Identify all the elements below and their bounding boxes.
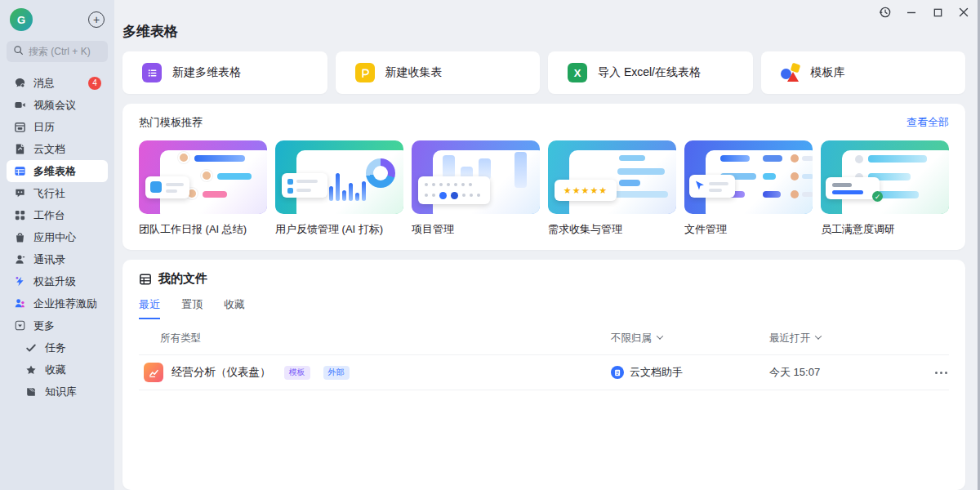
filter-owner[interactable]: 不限归属 <box>611 332 652 345</box>
owner-avatar-icon <box>611 366 624 379</box>
file-list-header: 所有类型 不限归属 最近打开 <box>139 332 949 354</box>
my-files-title: 我的文件 <box>158 271 207 287</box>
sidebar-item-label: 企业推荐激励 <box>33 296 97 311</box>
search-input-box[interactable] <box>7 41 108 62</box>
new-base-button[interactable]: 新建多维表格 <box>122 51 327 94</box>
app-window: G + 消息 4 视频会议 日历 云 <box>0 0 980 490</box>
my-files-panel: 我的文件 最近 置顶 收藏 所有类型 不限归属 最近打开 <box>122 260 965 490</box>
tab-pinned[interactable]: 置顶 <box>181 297 203 319</box>
window-titlebar <box>874 0 975 24</box>
user-avatar[interactable]: G <box>10 8 33 31</box>
my-files-tabs: 最近 置顶 收藏 <box>139 297 949 319</box>
sidebar-item-messages[interactable]: 消息 4 <box>7 72 108 94</box>
template-name: 员工满意度调研 <box>821 222 949 237</box>
template-card-feedback[interactable]: 用户反馈管理 (AI 打标) <box>275 140 403 237</box>
star-icon <box>24 363 38 376</box>
new-form-button[interactable]: 新建收集表 <box>336 51 541 94</box>
sidebar-item-label: 知识库 <box>45 385 77 399</box>
sidebar-item-more[interactable]: 更多 <box>7 314 108 336</box>
sidebar-item-contacts[interactable]: 通讯录 <box>7 248 108 270</box>
template-thumbnail-4: ★★★★★ <box>548 140 676 214</box>
tab-recent[interactable]: 最近 <box>139 297 160 319</box>
sidebar-item-label: 应用中心 <box>33 230 76 245</box>
sidebar-item-video-meeting[interactable]: 视频会议 <box>7 94 108 116</box>
template-card-survey[interactable]: ✓ 员工满意度调研 <box>821 140 949 237</box>
template-card-requirements[interactable]: ★★★★★ 需求收集与管理 <box>548 140 676 237</box>
search-icon <box>13 44 24 59</box>
rating-stars: ★★★★★ <box>555 180 617 201</box>
sidebar-item-upgrade[interactable]: 权益升级 <box>7 270 108 292</box>
sidebar-item-label: 消息 <box>33 76 55 91</box>
template-card-daily-report[interactable]: 团队工作日报 (AI 总结) <box>139 140 267 237</box>
file-row[interactable]: 经营分析（仪表盘） 模板 外部 云文档助手 今天 15:07 <box>139 354 949 390</box>
plus-icon[interactable]: + <box>88 11 105 28</box>
import-excel-button[interactable]: X 导入 Excel/在线表格 <box>548 51 753 94</box>
template-library-icon <box>781 63 800 82</box>
template-library-button[interactable]: 模板库 <box>761 51 966 94</box>
unread-badge: 4 <box>88 77 101 90</box>
sidebar-nav: 消息 4 视频会议 日历 云文档 多维表格 飞行社 <box>7 72 108 403</box>
sidebar-item-referral[interactable]: 企业推荐激励 <box>7 292 108 314</box>
history-icon[interactable] <box>874 2 897 23</box>
chat-icon <box>13 77 26 90</box>
close-icon[interactable] <box>952 2 975 23</box>
sidebar-item-label: 飞行社 <box>33 186 65 201</box>
template-card-project[interactable]: 项目管理 <box>412 140 540 237</box>
template-name: 文件管理 <box>684 222 813 237</box>
sidebar-item-community[interactable]: 飞行社 <box>7 182 108 204</box>
tab-favorites[interactable]: 收藏 <box>224 297 245 319</box>
template-thumbnail-2 <box>275 140 403 214</box>
contacts-icon <box>13 253 26 266</box>
new-base-icon <box>142 63 162 82</box>
more-actions-icon[interactable] <box>933 367 949 379</box>
sidebar-item-label: 更多 <box>33 318 55 333</box>
sidebar-item-label: 云文档 <box>33 142 65 157</box>
sidebar-item-tasks[interactable]: 任务 <box>7 336 108 359</box>
template-thumbnail-3 <box>412 140 540 214</box>
referral-icon <box>13 297 26 310</box>
sidebar-item-wiki[interactable]: 知识库 <box>7 381 108 403</box>
quick-action-label: 导入 Excel/在线表格 <box>598 65 701 80</box>
video-icon <box>13 99 26 112</box>
sidebar-item-base[interactable]: 多维表格 <box>7 160 108 182</box>
my-files-icon <box>139 273 152 286</box>
sidebar-item-label: 通讯录 <box>33 252 65 267</box>
file-owner: 云文档助手 <box>630 365 683 380</box>
filter-opened[interactable]: 最近打开 <box>769 332 810 345</box>
search-input[interactable] <box>29 46 101 57</box>
minimize-icon[interactable] <box>900 2 923 23</box>
tag-external: 外部 <box>323 366 350 380</box>
sidebar-item-favorites[interactable]: 收藏 <box>7 359 108 381</box>
template-card-files[interactable]: 文件管理 <box>684 140 813 237</box>
workbench-icon <box>13 209 26 222</box>
template-thumbnail-1 <box>139 140 267 214</box>
maximize-icon[interactable] <box>926 2 949 23</box>
sidebar-item-label: 日历 <box>33 120 55 135</box>
new-form-icon <box>355 63 375 82</box>
template-name: 需求收集与管理 <box>548 222 676 237</box>
sidebar-item-app-center[interactable]: 应用中心 <box>7 226 108 248</box>
chevron-down-icon <box>657 332 663 339</box>
quick-action-label: 新建收集表 <box>385 65 443 80</box>
template-name: 项目管理 <box>412 222 540 237</box>
sidebar-item-label: 收藏 <box>45 363 66 377</box>
quick-action-label: 新建多维表格 <box>172 65 241 80</box>
sidebar-item-label: 权益升级 <box>33 274 76 289</box>
sidebar-item-docs[interactable]: 云文档 <box>7 138 108 160</box>
sidebar: G + 消息 4 视频会议 日历 云 <box>0 0 114 490</box>
sidebar-item-workbench[interactable]: 工作台 <box>7 204 108 226</box>
filter-all-types[interactable]: 所有类型 <box>160 332 201 345</box>
template-thumbnail-5 <box>684 140 813 214</box>
view-all-link[interactable]: 查看全部 <box>906 115 949 130</box>
docs-icon <box>13 143 26 156</box>
template-name: 团队工作日报 (AI 总结) <box>139 222 267 237</box>
import-excel-icon: X <box>568 63 587 82</box>
calendar-icon <box>13 121 26 134</box>
base-icon <box>13 165 26 178</box>
sidebar-item-label: 任务 <box>45 341 66 355</box>
sidebar-item-label: 视频会议 <box>33 98 76 113</box>
template-thumbnail-6: ✓ <box>821 140 949 214</box>
chevron-down-icon <box>13 319 26 332</box>
community-icon <box>13 187 26 200</box>
sidebar-item-calendar[interactable]: 日历 <box>7 116 108 138</box>
